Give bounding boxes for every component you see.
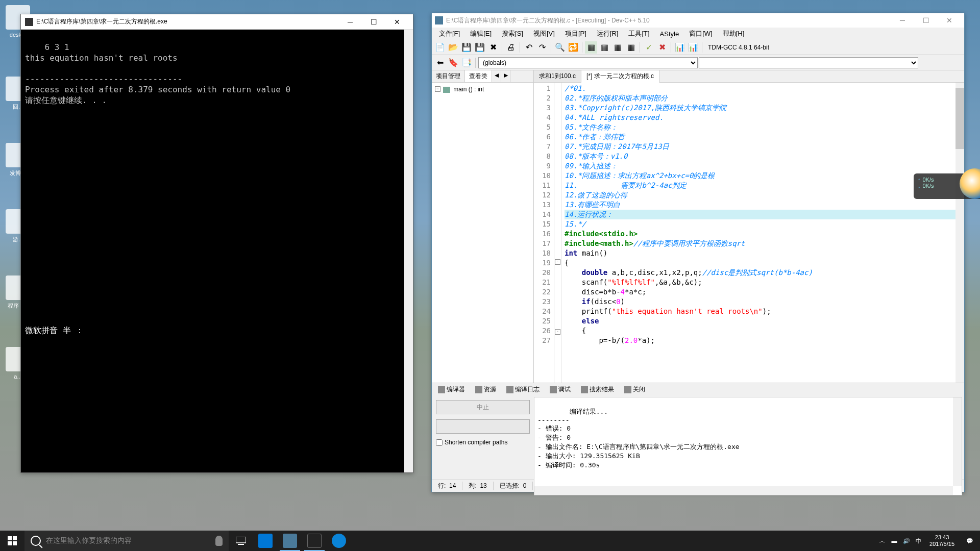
tray-chevron-up-icon[interactable]: ︿ xyxy=(876,531,888,551)
task-edge[interactable] xyxy=(253,531,278,551)
task-devcpp[interactable] xyxy=(278,531,302,551)
maximize-button[interactable]: ☐ xyxy=(362,15,385,29)
delete-profile-icon[interactable]: 📊 xyxy=(687,41,699,54)
compile-output[interactable]: 编译结果... -------- - 错误: 0 - 警告: 0 - 输出文件名… xyxy=(534,397,962,495)
console-icon xyxy=(307,534,322,548)
status-col: 列: 13 xyxy=(462,482,493,490)
status-selected: 已选择: 0 xyxy=(494,482,533,490)
compile-icon[interactable]: ▦ xyxy=(585,41,597,54)
functions-combo[interactable] xyxy=(699,57,918,68)
tab-close[interactable]: 关闭 xyxy=(620,384,649,395)
tray-ime[interactable]: 中 xyxy=(913,537,924,545)
toolbar-main: 📄 📂 💾 💾 ✖ 🖨 ↶ ↷ 🔍 🔁 ▦ ▦ ▦ ▦ ✓ ✖ 📊 📊 TDM-… xyxy=(432,40,964,55)
stop-icon[interactable]: ✖ xyxy=(656,41,668,54)
replace-icon[interactable]: 🔁 xyxy=(567,41,579,54)
debug-icon[interactable]: ✓ xyxy=(643,41,655,54)
log-icon xyxy=(506,386,513,393)
tray-clock[interactable]: 23:43 2017/5/15 xyxy=(924,534,960,547)
menu-help[interactable]: 帮助[H] xyxy=(718,28,750,39)
editor-tab[interactable]: 求和1到100.c xyxy=(534,70,581,82)
abort-button[interactable]: 中止 xyxy=(436,400,530,414)
devcpp-titlebar[interactable]: E:\C语言程序库\第四章\求一元二次方程的根.c - [Executing] … xyxy=(432,13,964,28)
menu-file[interactable]: 文件[F] xyxy=(434,28,465,39)
console-window: E:\C语言程序库\第四章\求一元二次方程的根.exe ─ ☐ ✕ 6 3 1 … xyxy=(20,14,413,473)
scrollbar-horizontal[interactable] xyxy=(534,486,953,495)
print-icon[interactable]: 🖨 xyxy=(505,41,517,54)
search-box[interactable]: 在这里输入你要搜索的内容 xyxy=(24,531,229,551)
new-file-icon[interactable]: 📄 xyxy=(434,41,446,54)
function-icon xyxy=(443,87,450,93)
close-file-icon[interactable]: ✖ xyxy=(487,41,499,54)
close-button[interactable]: ✕ xyxy=(385,15,409,29)
edge-icon xyxy=(258,534,273,548)
windows-icon xyxy=(8,536,17,545)
redo-icon[interactable]: ↷ xyxy=(536,41,548,54)
minimize-button[interactable]: ─ xyxy=(891,14,914,27)
close-button[interactable]: ✕ xyxy=(938,14,961,27)
notifications-icon[interactable]: 💬 xyxy=(960,531,980,551)
code-editor[interactable]: 1234567891011121314151617181920212223242… xyxy=(534,83,964,383)
tab-project[interactable]: 项目管理 xyxy=(432,70,465,82)
open-icon[interactable]: 📂 xyxy=(447,41,459,54)
console-output[interactable]: 6 3 1 this equation hasn't real roots --… xyxy=(21,30,413,472)
bookmark-icon[interactable]: 🔖 xyxy=(447,57,459,69)
menu-run[interactable]: 运行[R] xyxy=(592,28,624,39)
menu-search[interactable]: 搜索[S] xyxy=(497,28,528,39)
task-view-button[interactable] xyxy=(229,531,253,551)
editor-scrollbar[interactable] xyxy=(955,83,964,383)
run-icon[interactable]: ▦ xyxy=(598,41,610,54)
compile-run-icon[interactable]: ▦ xyxy=(611,41,624,54)
menu-tools[interactable]: 工具[T] xyxy=(623,28,654,39)
scrollbar[interactable] xyxy=(404,30,413,472)
status-line: 行: 14 xyxy=(432,482,462,490)
undo-icon[interactable]: ↶ xyxy=(523,41,535,54)
microphone-icon[interactable] xyxy=(215,536,223,546)
globals-combo[interactable]: (globals) xyxy=(478,57,698,68)
tab-nav-right[interactable]: ▶ xyxy=(501,70,510,82)
tree-toggle-icon[interactable]: − xyxy=(435,86,440,92)
menu-project[interactable]: 项目[P] xyxy=(560,28,592,39)
compiler-label: TDM-GCC 4.8.1 64-bit xyxy=(705,44,772,51)
svg-rect-2 xyxy=(8,541,12,545)
tab-debug[interactable]: 调试 xyxy=(546,384,575,395)
menu-window[interactable]: 窗口[W] xyxy=(684,28,718,39)
class-tree[interactable]: − main () : int xyxy=(432,83,533,383)
menu-view[interactable]: 视图[V] xyxy=(528,28,560,39)
tab-classes[interactable]: 查看类 xyxy=(465,70,492,82)
nav-back-icon[interactable]: ⬅ xyxy=(434,57,446,69)
tab-compile-log[interactable]: 编译日志 xyxy=(502,384,544,395)
task-kugou[interactable] xyxy=(327,531,351,551)
editor-tabs: 求和1到100.c [*] 求一元二次方程的根.c xyxy=(534,70,964,83)
devcpp-title: E:\C语言程序库\第四章\求一元二次方程的根.c - [Executing] … xyxy=(446,16,891,25)
tray-volume-icon[interactable]: 🔊 xyxy=(900,531,913,551)
maximize-button[interactable]: ☐ xyxy=(914,14,938,27)
tab-search-results[interactable]: 搜索结果 xyxy=(577,384,618,395)
tab-resource[interactable]: 资源 xyxy=(471,384,500,395)
editor-tab-active[interactable]: [*] 求一元二次方程的根.c xyxy=(581,70,659,83)
shorten-paths-checkbox[interactable]: Shorten compiler paths xyxy=(436,439,530,446)
save-all-icon[interactable]: 💾 xyxy=(474,41,486,54)
find-icon[interactable]: 🔍 xyxy=(554,41,566,54)
console-titlebar[interactable]: E:\C语言程序库\第四章\求一元二次方程的根.exe ─ ☐ ✕ xyxy=(21,14,413,30)
tab-compiler[interactable]: 编译器 xyxy=(434,384,469,395)
tray-battery-icon[interactable]: ▬ xyxy=(888,531,900,551)
profile-icon[interactable]: 📊 xyxy=(674,41,686,54)
scrollbar-vertical[interactable] xyxy=(953,397,962,486)
devcpp-icon xyxy=(435,16,443,24)
menu-astyle[interactable]: AStyle xyxy=(655,29,684,39)
rebuild-icon[interactable]: ▦ xyxy=(625,41,637,54)
second-button[interactable] xyxy=(436,419,530,434)
tree-item-main[interactable]: − main () : int xyxy=(434,85,531,94)
goto-icon[interactable]: 📑 xyxy=(460,57,473,69)
minimize-button[interactable]: ─ xyxy=(338,15,362,29)
task-console[interactable] xyxy=(302,531,327,551)
fold-gutter[interactable]: -- xyxy=(554,83,561,383)
left-panel: 项目管理 查看类 ◀ ▶ − main () : int xyxy=(432,70,534,383)
menu-edit[interactable]: 编辑[E] xyxy=(465,28,497,39)
start-button[interactable] xyxy=(0,531,24,551)
code-area[interactable]: /*01.02.*程序的版权和版本声明部分03.*Copyright(c)201… xyxy=(561,83,964,383)
ime-indicator: 微软拼音 半 ： xyxy=(25,325,84,336)
save-icon[interactable]: 💾 xyxy=(460,41,473,54)
tab-nav-left[interactable]: ◀ xyxy=(492,70,501,82)
search-placeholder: 在这里输入你要搜索的内容 xyxy=(46,536,132,545)
